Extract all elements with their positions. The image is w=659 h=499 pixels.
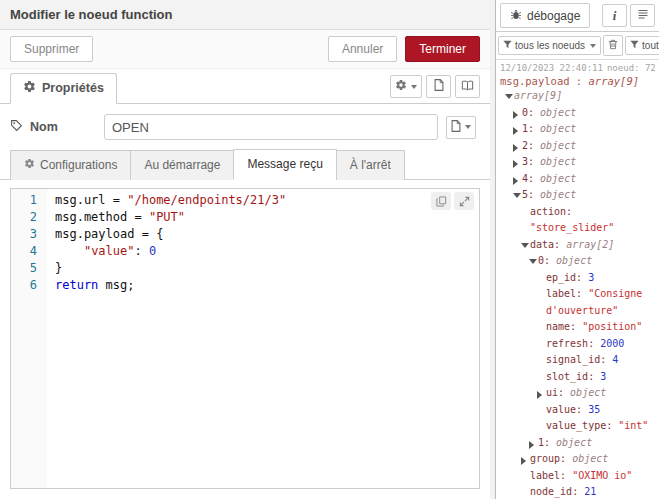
copy-icon[interactable] [431, 192, 451, 210]
tab-on-stop[interactable]: À l'arrêt [336, 150, 405, 180]
expand-icon[interactable] [529, 441, 534, 449]
line-number: 6 [11, 277, 37, 294]
debug-sidebar: débogage i tous les noeuds tout [495, 0, 659, 499]
expand-icon[interactable] [521, 457, 526, 465]
tree-row[interactable]: 2: object [498, 138, 657, 155]
tab-on-start[interactable]: Au démarrage [130, 150, 234, 180]
expand-icon[interactable] [454, 192, 474, 210]
tree-row[interactable]: data: array[2] [498, 237, 657, 254]
name-form-row: Nom [0, 104, 490, 149]
chevron-down-icon [411, 85, 417, 89]
info-button[interactable]: i [602, 4, 627, 27]
collapse-icon[interactable] [521, 243, 529, 248]
tree-row[interactable]: 1: object [498, 435, 657, 452]
tree-row: slot_id: 3 [498, 369, 657, 386]
collapse-icon[interactable] [513, 193, 521, 198]
editor-actions [431, 192, 474, 210]
tab-properties[interactable]: Propriétés [10, 73, 117, 104]
tab-on-message[interactable]: Message reçu [233, 149, 336, 180]
funnel-icon [503, 40, 512, 51]
tab-label: Configurations [40, 158, 117, 172]
tree-row: label: "OXIMO io" [498, 468, 657, 485]
tab-configurations[interactable]: Configurations [10, 150, 131, 180]
menu-icon [637, 8, 649, 23]
function-tabs: Configurations Au démarrage Message reçu… [0, 149, 490, 180]
debug-message[interactable]: 12/10/2023 22:40:11 noeud: 72e75292b4cb2… [496, 60, 659, 499]
name-input[interactable] [104, 114, 438, 140]
tree-row[interactable]: 1: object [498, 121, 657, 138]
trash-icon [608, 39, 618, 52]
bug-icon [510, 8, 522, 23]
menu-button[interactable] [630, 4, 655, 27]
expand-icon[interactable] [513, 160, 518, 168]
tab-debug[interactable]: débogage [500, 3, 590, 28]
gear-icon [23, 80, 36, 96]
delete-button[interactable]: Supprimer [10, 36, 93, 62]
sidebar-header: débogage i [496, 0, 659, 32]
line-number: 1 [11, 192, 37, 209]
collapse-icon[interactable] [505, 94, 513, 99]
book-icon [461, 79, 474, 94]
tab-label: Message reçu [247, 157, 322, 171]
tree-row: signal_id: 4 [498, 352, 657, 369]
line-number: 5 [11, 260, 37, 277]
cancel-button[interactable]: Annuler [328, 36, 397, 62]
tree-row: node_id: 21 [498, 484, 657, 499]
tree-row[interactable]: 5: object [498, 187, 657, 204]
tree-row: value_type: "int" [498, 418, 657, 435]
funnel-icon [630, 40, 639, 51]
node-red-app: Modifier le noeud function Supprimer Ann… [0, 0, 659, 499]
tree-row: ep_id: 3 [498, 270, 657, 287]
code-line: } [55, 260, 479, 277]
code-lines: msg.url = "/home/endpoints/21/3"msg.meth… [47, 189, 479, 488]
gear-icon [24, 158, 35, 172]
expand-icon[interactable] [513, 177, 518, 185]
line-number: 3 [11, 226, 37, 243]
clear-log-button[interactable] [603, 35, 623, 56]
sidebar-header-actions: i [602, 4, 655, 27]
expand-icon[interactable] [537, 391, 542, 399]
code-line: msg.payload = { [55, 226, 479, 243]
tree-row: value: 35 [498, 402, 657, 419]
properties-actions [390, 75, 480, 98]
tree-row[interactable]: 4: object [498, 171, 657, 188]
tree-row: name: "position" [498, 319, 657, 336]
filter-dropdown[interactable]: tout [625, 36, 659, 55]
code-line: return msg; [55, 277, 479, 294]
tab-label: À l'arrêt [350, 158, 391, 172]
label-options-button[interactable] [446, 116, 476, 139]
payload-expr: msg.payload : [500, 75, 589, 87]
code-line: msg.url = "/home/endpoints/21/3" [55, 192, 479, 209]
done-button[interactable]: Terminer [405, 36, 480, 62]
tree-row[interactable]: 3: object [498, 154, 657, 171]
description-button[interactable] [426, 75, 451, 98]
debug-message-expr: msg.payload : array[9] [498, 73, 657, 88]
tree-row[interactable]: 0: object [498, 253, 657, 270]
edit-tray: Modifier le noeud function Supprimer Ann… [0, 0, 490, 499]
filter-label: tout [642, 40, 659, 51]
tree-row[interactable]: 0: object [498, 105, 657, 122]
expand-icon[interactable] [513, 111, 518, 119]
tree-row[interactable]: group: object [498, 451, 657, 468]
code-line: msg.method = "PUT" [55, 209, 479, 226]
expand-icon[interactable] [513, 144, 518, 152]
properties-label: Propriétés [42, 81, 104, 95]
help-button[interactable] [455, 75, 480, 98]
code-editor[interactable]: 123456 msg.url = "/home/endpoints/21/3"m… [10, 188, 480, 489]
gear-icon [395, 79, 407, 94]
node-filter-dropdown[interactable]: tous les noeuds [498, 36, 601, 55]
tree-row[interactable]: ui: object [498, 385, 657, 402]
tree-row: refresh: 2000 [498, 336, 657, 353]
tree-row[interactable]: array[9] [498, 88, 657, 105]
chevron-down-icon [465, 125, 471, 129]
line-number: 2 [11, 209, 37, 226]
debug-node-id[interactable]: noeud: 72e75292b4cb2 [607, 63, 655, 73]
debug-toolbar: tous les noeuds tout [496, 32, 659, 60]
debug-log: 12/10/2023 22:40:11 noeud: 72e75292b4cb2… [496, 60, 659, 499]
expand-icon[interactable] [513, 127, 518, 135]
collapse-icon[interactable] [529, 259, 537, 264]
node-settings-button[interactable] [390, 75, 422, 98]
info-icon: i [613, 8, 617, 24]
debug-timestamp: 12/10/2023 22:40:11 [500, 63, 603, 73]
code-line: "value": 0 [55, 243, 479, 260]
